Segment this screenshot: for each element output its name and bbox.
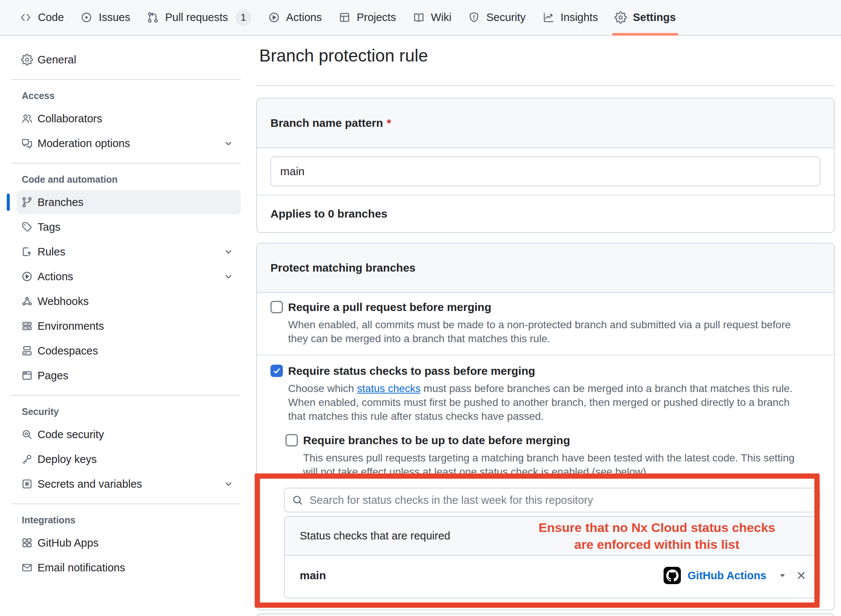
shield-icon — [468, 11, 480, 24]
pull-request-icon — [147, 11, 159, 24]
sidebar-item-code-security[interactable]: Code security — [17, 422, 241, 446]
tab-projects[interactable]: Projects — [330, 0, 404, 35]
sidebar-item-codespaces[interactable]: Codespaces — [17, 339, 241, 363]
branch-name-pattern-input[interactable] — [270, 156, 820, 186]
annotation-text: Ensure that no Nx Cloud status checks ar… — [499, 519, 815, 553]
sidebar-item-label: GitHub Apps — [38, 537, 99, 549]
sidebar-item-pages[interactable]: Pages — [17, 364, 241, 388]
applies-to-branches-row: Applies to 0 branches — [257, 195, 834, 232]
search-icon — [291, 494, 303, 506]
protect-matching-branches-header: Protect matching branches — [257, 243, 834, 293]
issue-opened-icon — [80, 11, 93, 24]
tab-label: Insights — [560, 11, 598, 24]
require-status-checks-description: Choose which status checks must pass bef… — [288, 382, 793, 423]
description-text: Choose which — [288, 383, 357, 394]
require-pull-request-label[interactable]: Require a pull request before merging — [288, 300, 491, 315]
sidebar-divider — [11, 79, 241, 80]
required-status-checks-header: Status checks that are required Ensure t… — [285, 517, 820, 556]
branch-name-pattern-header: Branch name pattern* — [257, 99, 834, 148]
play-icon — [21, 270, 33, 282]
tab-actions[interactable]: Actions — [260, 0, 330, 35]
webhook-icon — [21, 295, 33, 307]
sidebar-item-webhooks[interactable]: Webhooks — [17, 289, 241, 313]
sidebar-item-label: Actions — [38, 270, 73, 283]
github-actions-link[interactable]: GitHub Actions — [688, 569, 766, 582]
comment-discussion-icon — [21, 137, 33, 149]
sidebar-item-label: Codespaces — [38, 345, 98, 357]
status-checks-search-input[interactable] — [284, 488, 820, 512]
sidebar-item-secrets-and-variables[interactable]: Secrets and variables — [17, 472, 241, 496]
sidebar-item-label: Tags — [38, 221, 60, 233]
github-logo-icon — [664, 567, 681, 584]
require-up-to-date-label[interactable]: Require branches to be up to date before… — [303, 433, 570, 448]
tab-label: Issues — [99, 11, 130, 24]
tab-code[interactable]: Code — [11, 0, 72, 35]
sidebar-item-email-notifications[interactable]: Email notifications — [17, 556, 241, 580]
sidebar-item-tags[interactable]: Tags — [17, 215, 241, 239]
pull-requests-count-badge: 1 — [236, 10, 251, 26]
option-require-up-to-date: Require branches to be up to date before… — [285, 433, 820, 479]
sidebar-item-github-apps[interactable]: GitHub Apps — [17, 531, 241, 555]
tab-pull-requests[interactable]: Pull requests 1 — [138, 0, 260, 35]
require-pull-request-checkbox[interactable] — [270, 301, 283, 313]
require-status-checks-checkbox[interactable] — [270, 365, 283, 377]
require-up-to-date-checkbox[interactable] — [285, 434, 298, 446]
require-pull-request-description: When enabled, all commits must be made t… — [288, 318, 793, 346]
sidebar-item-deploy-keys[interactable]: Deploy keys — [17, 447, 241, 471]
required-status-checks-header-label: Status checks that are required — [300, 530, 450, 542]
chevron-down-icon — [223, 138, 234, 149]
tab-security[interactable]: Security — [460, 0, 534, 35]
status-checks-search-wrap — [284, 488, 820, 512]
tab-insights[interactable]: Insights — [534, 0, 606, 35]
require-status-checks-label[interactable]: Require status checks to pass before mer… — [288, 364, 535, 379]
sidebar-item-moderation-options[interactable]: Moderation options — [17, 131, 241, 155]
sidebar-item-label: Secrets and variables — [38, 478, 142, 490]
sidebar-item-label: Webhooks — [38, 295, 89, 308]
browser-icon — [21, 370, 33, 382]
remove-status-check-icon[interactable] — [796, 570, 807, 581]
next-card-stub — [256, 613, 835, 616]
people-icon — [21, 113, 33, 125]
sidebar-item-branches[interactable]: Branches — [17, 190, 241, 214]
sidebar-item-general[interactable]: General — [17, 48, 241, 72]
sidebar-item-label: Environments — [38, 320, 104, 332]
asterisk-box-icon — [21, 478, 33, 490]
repo-nav: Code Issues Pull requests 1 Actions Proj… — [0, 0, 841, 36]
tab-label: Actions — [286, 11, 322, 24]
sidebar-item-label: Collaborators — [38, 113, 102, 125]
tag-icon — [21, 221, 33, 233]
sidebar-item-label: Email notifications — [38, 562, 125, 574]
tab-wiki[interactable]: Wiki — [404, 0, 460, 35]
status-check-row: main GitHub Actions — [285, 556, 820, 598]
tab-label: Settings — [633, 11, 676, 24]
sidebar-item-actions[interactable]: Actions — [17, 264, 241, 288]
main-content: Branch protection rule Branch name patte… — [248, 36, 841, 616]
tab-settings[interactable]: Settings — [606, 0, 684, 35]
sidebar-item-environments[interactable]: Environments — [17, 314, 241, 338]
codespaces-icon — [21, 345, 33, 357]
branch-name-pattern-label: Branch name pattern — [270, 117, 383, 129]
protect-matching-branches-card: Protect matching branches Require a pull… — [256, 243, 835, 610]
sidebar-item-label: Branches — [38, 196, 84, 209]
codescan-icon — [21, 428, 33, 440]
key-icon — [21, 453, 33, 465]
status-checks-link[interactable]: status checks — [357, 383, 421, 394]
book-icon — [413, 11, 425, 24]
status-check-row-actions: GitHub Actions — [664, 567, 807, 584]
sidebar-item-label: Code security — [38, 428, 104, 441]
sidebar-item-rules[interactable]: Rules — [17, 240, 241, 264]
sidebar-item-collaborators[interactable]: Collaborators — [17, 107, 241, 131]
mail-icon — [21, 562, 33, 574]
tab-issues[interactable]: Issues — [72, 0, 138, 35]
table-icon — [338, 11, 351, 24]
annotation-line1: Ensure that no Nx Cloud status checks — [539, 520, 775, 535]
caret-down-icon[interactable] — [778, 571, 787, 580]
branch-name-pattern-card: Branch name pattern* Applies to 0 branch… — [256, 98, 835, 233]
page-title: Branch protection rule — [259, 45, 835, 66]
page-title-wrap: Branch protection rule — [256, 45, 835, 86]
required-status-checks-box: Status checks that are required Ensure t… — [284, 516, 820, 598]
settings-sidebar: General Access Collaborators Moderation … — [0, 36, 248, 580]
sidebar-divider — [11, 395, 241, 396]
required-asterisk: * — [387, 117, 391, 129]
gear-icon — [614, 11, 627, 24]
